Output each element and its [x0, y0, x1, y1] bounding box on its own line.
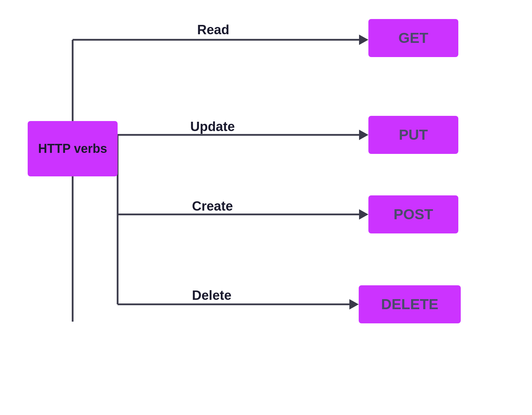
- source-label: HTTP verbs: [38, 141, 107, 156]
- read-label: Read: [197, 22, 229, 37]
- diagram-container: HTTP verbs GET PUT POST DELETE Read Upda…: [0, 0, 532, 415]
- svg-marker-7: [359, 209, 368, 220]
- target-box-delete: DELETE: [359, 285, 461, 323]
- svg-marker-4: [359, 130, 368, 140]
- delete-label-text: Delete: [192, 288, 231, 303]
- source-box: HTTP verbs: [28, 121, 118, 176]
- post-label: POST: [394, 206, 433, 223]
- get-label: GET: [398, 30, 428, 46]
- target-box-put: PUT: [368, 116, 458, 154]
- create-label: Create: [192, 199, 233, 214]
- target-box-post: POST: [368, 195, 458, 233]
- put-label: PUT: [399, 127, 428, 143]
- target-box-get: GET: [368, 19, 458, 57]
- delete-label: DELETE: [381, 296, 439, 313]
- update-label: Update: [190, 119, 235, 134]
- svg-marker-9: [349, 299, 359, 310]
- svg-marker-2: [359, 35, 368, 45]
